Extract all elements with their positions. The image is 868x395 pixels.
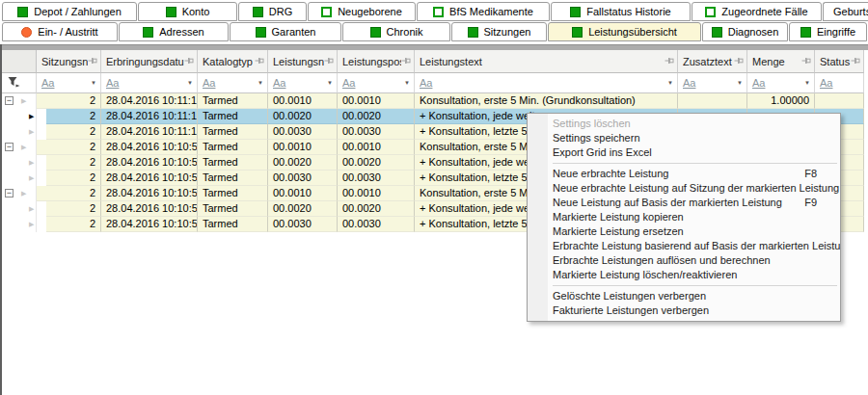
cell-leistungsnr[interactable]: 00.0020	[268, 155, 338, 171]
tab-adressen[interactable]: Adressen	[119, 22, 229, 41]
cell-erbringungsdatum[interactable]: 28.04.2016 10:11:19	[101, 124, 198, 140]
cell-leistungsnr[interactable]: 00.0010	[268, 186, 338, 201]
row-indicator[interactable]: −▶	[2, 93, 37, 109]
row-expand-arrow-icon[interactable]: ▶	[29, 128, 34, 136]
row-expand-arrow-icon[interactable]: ▶	[29, 205, 34, 213]
menu-item-neue-erbrachte-leistung[interactable]: Neue erbrachte LeistungF8	[528, 167, 840, 181]
cell-sitzungsnr[interactable]: 2	[46, 171, 101, 186]
cell-katalogtyp[interactable]: Tarmed	[198, 109, 268, 124]
menu-item-neue-leistung-auf-basis-der-markierten-leistung[interactable]: Neue Leistung auf Basis der markierten L…	[528, 196, 840, 210]
tab-depot-zahlungen[interactable]: Depot / Zahlungen	[2, 2, 137, 21]
row-indicator[interactable]: ▶	[2, 217, 37, 232]
row-expand-arrow-icon[interactable]: ▶	[29, 159, 34, 167]
cell-leistungspos[interactable]: 00.0030	[338, 217, 415, 232]
tab-zugeordnete-f-lle[interactable]: Zugeordnete Fälle	[692, 2, 822, 21]
cell-status[interactable]	[815, 93, 864, 109]
cell-katalogtyp[interactable]: Tarmed	[198, 124, 268, 140]
filter-button[interactable]	[2, 73, 37, 93]
filter-cell-status[interactable]: Aa	[815, 73, 864, 93]
menu-item-settings-l-schen[interactable]: Settings löschen	[528, 117, 840, 131]
menu-item-export-grid-ins-excel[interactable]: Export Grid ins Excel	[528, 145, 840, 160]
pin-icon[interactable]	[401, 56, 411, 67]
filter-cell-zusatztext[interactable]: Aa▼	[678, 73, 747, 93]
cell-sitzungsnr[interactable]: 2	[46, 217, 101, 232]
tab-konto[interactable]: Konto	[138, 2, 237, 21]
cell-leistungstext[interactable]: Konsultation, erste 5 Min. (Grundkonsult…	[415, 93, 678, 109]
row-expand-arrow-icon[interactable]: ▶	[21, 97, 26, 105]
column-header-sitzungsnr[interactable]: Sitzungsnr.	[37, 50, 101, 73]
menu-item-markierte-leistung-l-schen-reaktivieren[interactable]: Markierte Leistung löschen/reaktivieren	[528, 268, 840, 282]
cell-leistungspos[interactable]: 00.0020	[338, 201, 415, 217]
menu-item-erbrachte-leistung-basierend-auf-basis-der-markierten-leistung-ersetzen[interactable]: Erbrachte Leistung basierend auf Basis d…	[528, 239, 840, 253]
cell-sitzungsnr[interactable]: 2	[46, 124, 101, 140]
column-header-leistungstext[interactable]: Leistungstext	[415, 50, 678, 73]
row-indicator[interactable]: ▶	[2, 171, 37, 186]
cell-leistungspos[interactable]: 00.0030	[338, 171, 415, 186]
cell-leistungspos[interactable]: 00.0020	[338, 109, 415, 124]
cell-katalogtyp[interactable]: Tarmed	[198, 140, 268, 155]
row-indicator[interactable]: ▶	[2, 155, 37, 171]
cell-katalogtyp[interactable]: Tarmed	[198, 217, 268, 232]
filter-cell-leistungstext[interactable]: Aa▼	[415, 73, 678, 93]
cell-sitzungsnr[interactable]: 2	[37, 140, 101, 155]
tab-leistungs-bersicht[interactable]: Leistungsübersicht	[548, 22, 701, 41]
column-header-erbringungsdatum[interactable]: Erbringungsdatum	[101, 50, 198, 73]
tab-neugeborene[interactable]: Neugeborene	[308, 2, 416, 21]
filter-dropdown-icon[interactable]: ▼	[667, 80, 673, 86]
cell-sitzungsnr[interactable]: 2	[46, 201, 101, 217]
tab-ein-austritt[interactable]: Ein- / Austritt	[2, 22, 118, 41]
cell-leistungsnr[interactable]: 00.0030	[268, 171, 338, 186]
column-header-status[interactable]: Status	[815, 50, 864, 73]
cell-erbringungsdatum[interactable]: 28.04.2016 10:10:57	[101, 171, 198, 186]
tab-fallstatus-historie[interactable]: Fallstatus Historie	[551, 2, 691, 21]
pin-icon[interactable]	[734, 56, 744, 67]
tab-diagnosen[interactable]: Diagnosen	[702, 22, 788, 41]
filter-cell-menge[interactable]: Aa▼	[747, 73, 815, 93]
pin-icon[interactable]	[801, 56, 811, 67]
row-expand-arrow-icon[interactable]: ▶	[21, 190, 26, 198]
pin-icon[interactable]	[184, 56, 194, 67]
cell-leistungsnr[interactable]: 00.0020	[268, 201, 338, 217]
cell-leistungsnr[interactable]: 00.0010	[268, 93, 338, 109]
menu-item-markierte-leistung-kopieren[interactable]: Markierte Leistung kopieren	[528, 210, 840, 224]
cell-erbringungsdatum[interactable]: 28.04.2016 10:10:57	[101, 217, 198, 232]
cell-leistungsnr[interactable]: 00.0030	[268, 124, 338, 140]
cell-sitzungsnr[interactable]: 2	[37, 186, 101, 201]
column-header-katalogtyp[interactable]: Katalogtyp	[198, 50, 268, 73]
filter-dropdown-icon[interactable]: ▼	[327, 80, 333, 86]
cell-leistungspos[interactable]: 00.0030	[338, 124, 415, 140]
tab-drg[interactable]: DRG	[238, 2, 307, 21]
row-indicator[interactable]: −▶	[2, 186, 37, 201]
column-header-leistungspos[interactable]: Leistungspos.	[338, 50, 415, 73]
menu-item-neue-erbrachte-leistung-auf-sitzung-der-markierten-leistung[interactable]: Neue erbrachte Leistung auf Sitzung der …	[528, 181, 840, 196]
column-header-leistungsnr[interactable]: Leistungsnr.	[268, 50, 338, 73]
menu-item-markierte-leistung-ersetzen[interactable]: Markierte Leistung ersetzen	[528, 224, 840, 239]
menu-item-gel-schte-leistungen-verbergen[interactable]: Gelöschte Leistungen verbergen	[528, 289, 840, 303]
row-indicator[interactable]: −▶	[2, 140, 37, 155]
cell-leistungspos[interactable]: 00.0010	[338, 93, 415, 109]
filter-cell-sitzungsnr[interactable]: Aa▼	[37, 73, 101, 93]
cell-erbringungsdatum[interactable]: 28.04.2016 10:10:57	[101, 201, 198, 217]
cell-erbringungsdatum[interactable]: 28.04.2016 10:10:57	[101, 186, 198, 201]
cell-katalogtyp[interactable]: Tarmed	[198, 171, 268, 186]
cell-katalogtyp[interactable]: Tarmed	[198, 186, 268, 201]
pin-icon[interactable]	[851, 56, 860, 67]
tab-bfs-medikamente[interactable]: BfS Medikamente	[417, 2, 550, 21]
filter-dropdown-icon[interactable]: ▼	[258, 80, 263, 86]
cell-zusatztext[interactable]	[678, 93, 747, 109]
cell-erbringungsdatum[interactable]: 28.04.2016 10:10:57	[101, 155, 198, 171]
cell-leistungspos[interactable]: 00.0010	[338, 140, 415, 155]
pin-icon[interactable]	[88, 56, 97, 67]
cell-leistungsnr[interactable]: 00.0010	[268, 140, 338, 155]
row-indicator[interactable]: ▶	[2, 124, 37, 140]
filter-dropdown-icon[interactable]: ▼	[804, 80, 810, 86]
cell-katalogtyp[interactable]: Tarmed	[198, 93, 268, 109]
row-expand-arrow-icon[interactable]: ▶	[29, 174, 34, 182]
cell-erbringungsdatum[interactable]: 28.04.2016 10:11:19	[101, 109, 198, 124]
cell-katalogtyp[interactable]: Tarmed	[198, 201, 268, 217]
pin-icon[interactable]	[255, 56, 264, 67]
tab-sitzungen[interactable]: Sitzungen	[451, 22, 547, 41]
collapse-icon[interactable]: −	[5, 143, 14, 151]
collapse-icon[interactable]: −	[5, 189, 14, 198]
column-header-menge[interactable]: Menge	[747, 50, 815, 73]
